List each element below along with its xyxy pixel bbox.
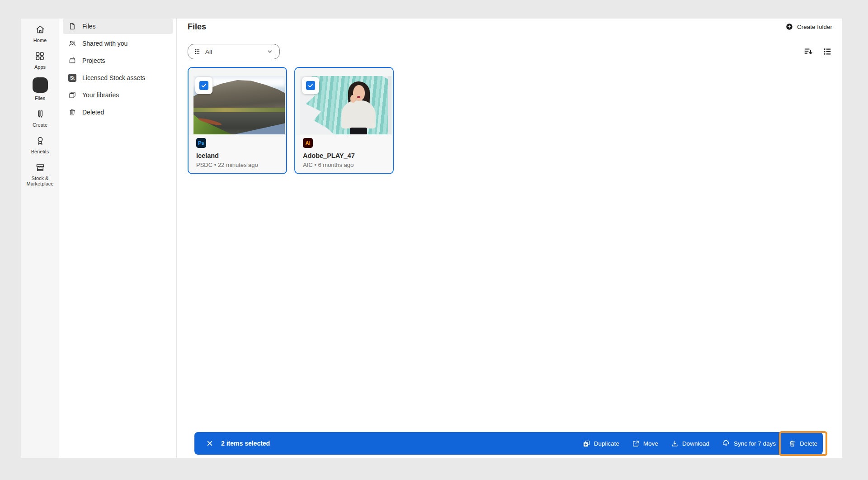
- sidebar-item-shared-with-you[interactable]: Shared with you: [63, 36, 173, 51]
- file-name: Adobe_PLAY_47: [303, 152, 385, 159]
- shared-users-icon: [68, 39, 76, 48]
- rail-item-benefits[interactable]: Benefits: [31, 135, 49, 154]
- filter-dropdown[interactable]: All: [188, 44, 280, 59]
- delete-trash-icon: [788, 440, 796, 447]
- illustrator-badge-icon: Ai: [303, 138, 313, 148]
- storefront-icon: [35, 162, 46, 173]
- delete-button[interactable]: Delete: [788, 440, 817, 447]
- rail-label: Files: [35, 95, 45, 101]
- files-sidebar: Files Shared with you Projects St Licens…: [59, 19, 177, 458]
- file-grid: Ps Iceland PSDC • 22 minutes ago: [188, 67, 832, 174]
- rail-label: Apps: [34, 64, 46, 70]
- bar-button-label: Sync for 7 days: [734, 440, 776, 447]
- bar-actions: Duplicate Move Download S: [583, 439, 817, 447]
- create-folder-button[interactable]: Create folder: [785, 23, 832, 31]
- view-controls: [803, 47, 832, 57]
- check-icon: [307, 82, 314, 89]
- app-window: Home Apps Files Create: [21, 19, 842, 458]
- rail-label: Home: [33, 38, 47, 43]
- selection-info: 2 items selected: [206, 440, 270, 447]
- benefits-icon: [35, 135, 46, 146]
- move-icon: [632, 440, 640, 447]
- sync-cloud-icon: [722, 439, 730, 447]
- home-icon: [35, 24, 46, 35]
- file-checkbox[interactable]: [195, 77, 212, 94]
- selection-action-bar: 2 items selected Duplicate Move: [194, 432, 823, 455]
- rail-item-home[interactable]: Home: [33, 24, 47, 43]
- projects-icon: [68, 57, 76, 65]
- sort-icon[interactable]: [803, 47, 813, 57]
- toolbar: All: [188, 44, 832, 59]
- sidebar-item-your-libraries[interactable]: Your libraries: [63, 87, 173, 103]
- checkbox-checked: [306, 81, 315, 90]
- trash-icon: [68, 108, 76, 116]
- download-icon: [671, 440, 679, 447]
- bar-button-label: Delete: [800, 440, 817, 447]
- selection-count-text: 2 items selected: [221, 440, 270, 447]
- sidebar-item-files[interactable]: Files: [63, 19, 173, 34]
- filter-selected-value: All: [205, 48, 212, 55]
- document-icon: [68, 22, 76, 30]
- main-content: Files Create folder All: [177, 19, 842, 458]
- file-checkbox[interactable]: [302, 77, 319, 94]
- thumbnail-area: [295, 68, 393, 135]
- list-view-icon[interactable]: [822, 47, 832, 57]
- folder-icon: [36, 81, 45, 90]
- create-folder-label: Create folder: [797, 24, 832, 30]
- file-card-iceland[interactable]: Ps Iceland PSDC • 22 minutes ago: [188, 67, 287, 174]
- sidebar-item-label: Projects: [82, 57, 105, 64]
- move-button[interactable]: Move: [632, 440, 658, 447]
- close-icon[interactable]: [206, 440, 213, 447]
- sidebar-item-label: Deleted: [82, 109, 104, 116]
- sidebar-item-label: Your libraries: [82, 91, 119, 99]
- rail-label: Benefits: [31, 149, 49, 154]
- plus-circle-icon: [785, 23, 793, 31]
- rail-item-create[interactable]: Create: [33, 109, 47, 128]
- sidebar-item-label: Files: [82, 23, 96, 30]
- file-card-adobe-play-47[interactable]: Ai Adobe_PLAY_47 AIC • 6 months ago: [294, 67, 394, 174]
- sync-button[interactable]: Sync for 7 days: [722, 439, 776, 447]
- file-meta: AIC • 6 months ago: [303, 162, 385, 168]
- libraries-icon: [68, 91, 76, 99]
- chevron-down-icon: [266, 48, 274, 56]
- photoshop-badge-icon: Ps: [196, 138, 206, 148]
- rail-label: Create: [33, 122, 47, 128]
- bar-button-label: Move: [643, 440, 658, 447]
- bar-button-label: Download: [682, 440, 709, 447]
- thumbnail-area: [189, 68, 286, 135]
- grid-icon: [193, 48, 201, 55]
- duplicate-icon: [583, 440, 590, 447]
- download-button[interactable]: Download: [671, 440, 709, 447]
- sidebar-item-projects[interactable]: Projects: [63, 53, 173, 68]
- duplicate-button[interactable]: Duplicate: [583, 440, 619, 447]
- stock-st-icon: St: [68, 74, 76, 82]
- checkbox-checked: [199, 81, 208, 90]
- apps-icon: [34, 51, 45, 62]
- files-active-tile: [33, 77, 48, 93]
- check-icon: [201, 82, 207, 89]
- sidebar-item-licensed-stock[interactable]: St Licensed Stock assets: [63, 70, 173, 86]
- file-info: Ps Iceland PSDC • 22 minutes ago: [189, 135, 286, 173]
- file-info: Ai Adobe_PLAY_47 AIC • 6 months ago: [295, 135, 393, 173]
- sidebar-item-label: Licensed Stock assets: [82, 74, 145, 81]
- rail-item-stock-marketplace[interactable]: Stock & Marketplace: [23, 162, 58, 186]
- sidebar-item-deleted[interactable]: Deleted: [63, 105, 173, 120]
- bar-button-label: Duplicate: [594, 440, 619, 447]
- rail-item-files[interactable]: Files: [33, 77, 48, 101]
- file-meta: PSDC • 22 minutes ago: [196, 162, 278, 168]
- main-header: Files Create folder: [188, 22, 832, 32]
- create-icon: [35, 109, 46, 119]
- sidebar-item-label: Shared with you: [82, 40, 127, 47]
- icon-rail: Home Apps Files Create: [21, 19, 59, 458]
- rail-label: Stock & Marketplace: [23, 176, 58, 186]
- file-name: Iceland: [196, 152, 278, 159]
- rail-item-apps[interactable]: Apps: [34, 51, 46, 70]
- page-title: Files: [188, 22, 206, 32]
